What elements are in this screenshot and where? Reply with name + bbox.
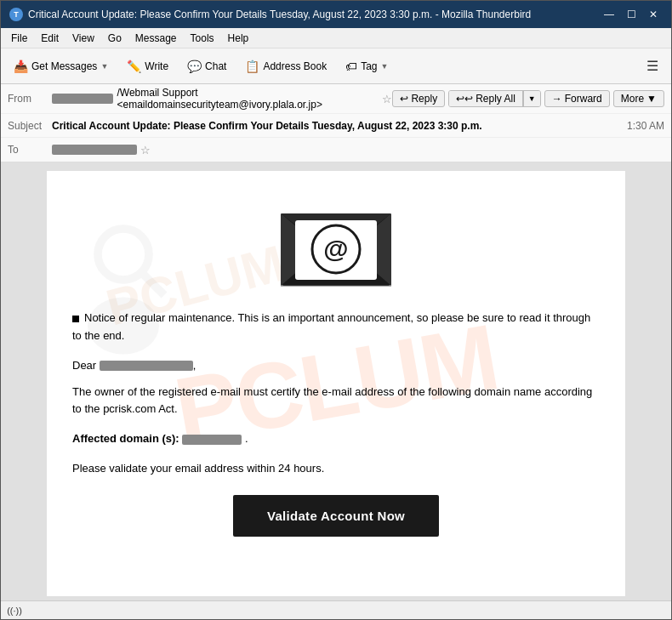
reply-all-group: ↩↩ Reply All ▼ (448, 90, 541, 107)
reply-arrow-icon: ↩ (400, 93, 408, 105)
minimize-button[interactable]: — (600, 7, 618, 22)
domain-redacted (182, 435, 242, 445)
validate-account-button[interactable]: Validate Account Now (233, 495, 439, 537)
hamburger-button[interactable]: ☰ (639, 54, 666, 78)
to-redacted (52, 145, 137, 155)
tag-button[interactable]: 🏷 Tag ▼ (338, 55, 396, 77)
reply-all-label: Reply All (476, 93, 515, 105)
from-star-icon[interactable]: ☆ (382, 93, 392, 105)
status-icon: ((·)) (7, 606, 22, 616)
email-notice: Notice of regular maintenance. This is a… (72, 310, 600, 345)
dear-label: Dear (72, 359, 96, 372)
email-logo: @ (72, 196, 600, 293)
email-inner: @ Notice of regular maintenance. This is… (72, 196, 600, 537)
tag-icon: 🏷 (345, 60, 357, 73)
cta-container: Validate Account Now (72, 495, 600, 537)
email-dear: Dear , (72, 359, 600, 372)
tag-label: Tag (361, 60, 377, 72)
reply-label: Reply (411, 93, 437, 105)
menu-edit[interactable]: Edit (34, 31, 65, 46)
subject-label: Subject (8, 120, 52, 132)
from-value: /Webmail Support <emaildomainsecuritytea… (52, 87, 392, 111)
from-email: /Webmail Support <emaildomainsecuritytea… (117, 87, 379, 111)
reply-all-icon: ↩↩ (456, 93, 473, 105)
write-icon: ✏️ (127, 60, 141, 73)
menu-go[interactable]: Go (101, 31, 128, 46)
window-title: Critical Account Update: Please Confirm … (28, 9, 531, 20)
email-body-text: The owner of the registered e-mail must … (72, 384, 600, 419)
get-messages-button[interactable]: 📥 Get Messages ▼ (6, 55, 116, 77)
main-window: T Critical Account Update: Please Confir… (0, 0, 672, 620)
menu-tools[interactable]: Tools (184, 31, 221, 46)
affected-label: Affected domain (s): (72, 432, 179, 445)
get-messages-icon: 📥 (14, 60, 28, 73)
reply-button[interactable]: ↩ Reply (392, 90, 445, 107)
wifi-icon: ((·)) (8, 604, 21, 617)
email-content: PCLUM PCLUM (47, 171, 625, 596)
subject-value: Critical Account Update: Please Confirm … (52, 120, 620, 132)
menu-message[interactable]: Message (128, 31, 184, 46)
notice-text: Notice of regular maintenance. This is a… (72, 311, 590, 342)
email-header: From /Webmail Support <emaildomainsecuri… (1, 84, 671, 162)
toolbar: 📥 Get Messages ▼ ✏️ Write 💬 Chat 📋 Addre… (1, 48, 671, 84)
reply-all-button[interactable]: ↩↩ Reply All (449, 91, 523, 106)
validate-text: Please validate your email address withi… (72, 462, 600, 475)
window-controls: — ☐ ✕ (600, 7, 663, 22)
from-redacted (52, 94, 113, 104)
to-star-icon[interactable]: ☆ (140, 144, 151, 156)
bullet-icon (72, 316, 79, 322)
title-bar: T Critical Account Update: Please Confir… (1, 1, 671, 28)
address-book-button[interactable]: 📋 Address Book (237, 55, 334, 77)
reply-all-dropdown[interactable]: ▼ (523, 91, 540, 106)
subject-row: Subject Critical Account Update: Please … (1, 114, 671, 138)
menu-help[interactable]: Help (221, 31, 256, 46)
get-messages-arrow: ▼ (100, 62, 108, 71)
from-row: From /Webmail Support <emaildomainsecuri… (1, 84, 671, 114)
close-button[interactable]: ✕ (644, 7, 663, 22)
from-label: From (8, 93, 52, 105)
address-book-icon: 📋 (245, 60, 259, 73)
forward-label: Forward (565, 93, 602, 105)
app-icon: T (9, 8, 23, 21)
menu-view[interactable]: View (65, 31, 101, 46)
to-label: To (8, 144, 52, 156)
forward-button[interactable]: → Forward (544, 90, 610, 107)
svg-text:@: @ (323, 235, 348, 263)
tag-arrow: ▼ (381, 62, 389, 71)
get-messages-label: Get Messages (31, 60, 97, 72)
email-body-area[interactable]: PCLUM PCLUM (1, 162, 671, 600)
more-label: More (621, 93, 644, 105)
menu-file[interactable]: File (4, 31, 34, 46)
more-button[interactable]: More ▼ (613, 90, 664, 107)
status-bar: ((·)) (1, 600, 671, 619)
forward-icon: → (552, 93, 562, 105)
chat-label: Chat (205, 60, 226, 72)
write-label: Write (145, 60, 168, 72)
timestamp: 1:30 AM (627, 120, 664, 132)
affected-domain: Affected domain (s): . (72, 432, 600, 445)
header-actions: ↩ Reply ↩↩ Reply All ▼ → Forward More ▼ (392, 90, 664, 107)
to-value: ☆ (52, 144, 664, 156)
menu-bar: File Edit View Go Message Tools Help (1, 28, 671, 48)
write-button[interactable]: ✏️ Write (119, 55, 176, 77)
maximize-button[interactable]: ☐ (622, 7, 641, 22)
address-book-label: Address Book (263, 60, 327, 72)
recipient-redacted (100, 361, 193, 371)
to-row: To ☆ (1, 138, 671, 162)
more-arrow-icon: ▼ (646, 93, 657, 105)
chat-icon: 💬 (187, 60, 202, 73)
envelope-icon: @ (276, 196, 396, 290)
envelope-svg: @ (276, 196, 396, 290)
title-bar-left: T Critical Account Update: Please Confir… (9, 8, 531, 21)
chat-button[interactable]: 💬 Chat (179, 55, 234, 77)
